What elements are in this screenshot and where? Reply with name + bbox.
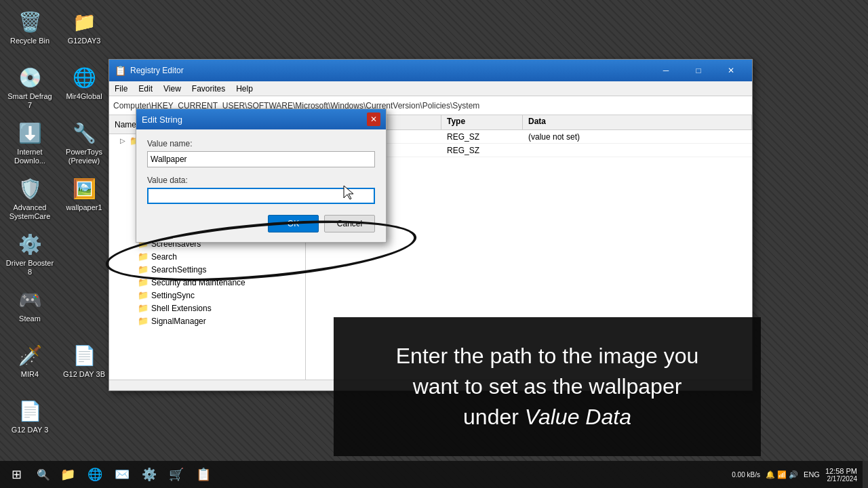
edit-string-dialog: Edit String ✕ Value name: Value data: OK… (136, 108, 387, 243)
settings-icon: ⚙️ (142, 467, 157, 482)
desktop-icon-g12day3b[interactable]: 📄 G12 DAY 3B (57, 339, 111, 382)
registry-editor-icon: 📋 (115, 65, 126, 76)
minimize-button[interactable]: ─ (650, 62, 682, 79)
value-type-1: REG_SZ (441, 131, 523, 143)
internet-download-label: Internet Downlo... (5, 148, 54, 165)
system-tray: 0.00 kB/s 🔔 📶 🔊 ENG (726, 470, 825, 479)
expand-icon-live: ▷ (120, 137, 128, 144)
maximize-button[interactable]: □ (683, 62, 714, 79)
recycle-bin-icon: 🗑️ (16, 8, 43, 35)
folder-icon-stsc: 📁 (138, 290, 149, 300)
menu-bar: File Edit View Favorites Help (109, 81, 752, 96)
smart-defrag-label: Smart Defrag 7 (5, 92, 54, 110)
mail-icon: ✉️ (115, 467, 130, 482)
tree-item-label-sigm: SignalManager (151, 317, 206, 326)
desktop-icon-smart-defrag[interactable]: 💿 Smart Defrag 7 (3, 61, 57, 113)
value-data-2 (523, 149, 752, 152)
recycle-bin-label: Recycle Bin (10, 37, 50, 45)
systray-icons: 🔔 📶 🔊 (766, 470, 798, 479)
powertoys-label: PowerToys (Preview) (60, 148, 108, 165)
powertoys-icon: 🔧 (71, 119, 98, 146)
g12day3-label: G12DAY3 (68, 37, 101, 45)
steam-label: Steam (19, 314, 41, 323)
taskbar-edge[interactable]: 🌐 (81, 461, 108, 488)
mir4-icon: 🗡️ (16, 342, 43, 369)
tree-item-signal-manager[interactable]: 📁 SignalManager (109, 314, 305, 327)
wallpaper1-icon: 🖼️ (71, 175, 98, 202)
taskbar-store[interactable]: 🛒 (163, 461, 190, 488)
search-icon: 🔍 (37, 468, 50, 481)
desktop-icon-advanced-systemcare[interactable]: 🛡️ Advanced SystemCare (3, 172, 57, 224)
desktop-icon-driver-booster[interactable]: ⚙️ Driver Booster 8 (3, 228, 57, 279)
time-display: 12:58 PM (825, 467, 857, 475)
internet-download-icon: ⬇️ (16, 119, 43, 146)
start-button[interactable]: ⊞ (0, 461, 33, 488)
tree-item-label-sm: Security and Maintenance (151, 278, 245, 287)
value-name-input[interactable] (147, 151, 375, 167)
g12day3b-label: G12 DAY 3B (63, 370, 105, 379)
folder-icon-she: 📁 (138, 303, 149, 313)
mir4-label: MIR4 (21, 370, 39, 379)
taskbar: ⊞ 🔍 📁 🌐 ✉️ ⚙️ 🛒 📋 0.00 kB/s 🔔 📶 🔊 ENG 12… (0, 461, 868, 488)
desktop-icon-mir4[interactable]: 🗡️ MIR4 (3, 339, 57, 382)
advanced-systemcare-label: Advanced SystemCare (5, 203, 54, 221)
tree-item-settingsync[interactable]: 📁 SettingSync (109, 289, 305, 302)
wallpaper1-label: wallpaper1 (66, 203, 102, 212)
tree-item-label-ss2: SearchSettings (151, 265, 206, 274)
tree-item-label-srch: Search (151, 252, 177, 262)
mir4global-icon: 🌐 (71, 64, 98, 91)
ok-button[interactable]: OK (268, 215, 319, 232)
mir4global-label: Mir4Global (66, 92, 102, 101)
taskbar-app1[interactable]: 📋 (190, 461, 217, 488)
folder-icon-srch: 📁 (138, 251, 149, 262)
dialog-buttons: OK Cancel (147, 215, 375, 232)
taskbar-search-button[interactable]: 🔍 (33, 461, 54, 488)
menu-favorites[interactable]: Favorites (186, 83, 231, 95)
steam-icon: 🎮 (16, 286, 43, 313)
menu-view[interactable]: View (158, 83, 186, 95)
taskbar-settings[interactable]: ⚙️ (136, 461, 163, 488)
store-icon: 🛒 (169, 467, 184, 482)
desktop-icon-powertoys[interactable]: 🔧 PowerToys (Preview) (57, 117, 111, 168)
tree-item-searchsettings[interactable]: 📁 SearchSettings (109, 263, 305, 276)
desktop-icon-internet-download[interactable]: ⬇️ Internet Downlo... (3, 117, 57, 168)
cancel-button[interactable]: Cancel (324, 215, 375, 232)
tree-item-search[interactable]: 📁 Search (109, 250, 305, 263)
menu-file[interactable]: File (109, 83, 133, 95)
desktop-icon-wallpaper1[interactable]: 🖼️ wallpaper1 (57, 172, 111, 215)
start-icon: ⊞ (12, 467, 22, 482)
annotation-text: Enter the path to the image you want to … (396, 341, 699, 432)
value-data-input[interactable] (147, 188, 375, 204)
close-button[interactable]: ✕ (715, 62, 747, 79)
app1-icon: 📋 (196, 467, 211, 482)
desktop-icon-steam[interactable]: 🎮 Steam (3, 283, 57, 326)
taskbar-mail[interactable]: ✉️ (108, 461, 136, 488)
taskbar-file-explorer[interactable]: 📁 (54, 461, 81, 488)
value-data-1: (value not set) (523, 131, 752, 143)
menu-edit[interactable]: Edit (133, 83, 158, 95)
folder-icon-sm: 📁 (138, 277, 149, 287)
show-desktop-button[interactable] (863, 461, 868, 488)
desktop-icon-mir4global[interactable]: 🌐 Mir4Global (57, 61, 111, 104)
g12day3c-label: G12 DAY 3 (12, 426, 49, 434)
smart-defrag-icon: 💿 (16, 64, 43, 91)
registry-editor-title: Registry Editor (130, 66, 646, 75)
g12day3b-icon: 📄 (71, 342, 98, 369)
tree-item-shell-extensions[interactable]: 📁 Shell Extensions (109, 302, 305, 314)
desktop-icon-recycle-bin[interactable]: 🗑️ Recycle Bin (3, 5, 57, 48)
values-col-data: Data (523, 115, 752, 129)
tree-item-security-maintenance[interactable]: 📁 Security and Maintenance (109, 276, 305, 289)
desktop-icon-g12day3c[interactable]: 📄 G12 DAY 3 (3, 394, 57, 437)
value-type-2: REG_SZ (441, 144, 523, 157)
network-speed: 0.00 kB/s (732, 471, 760, 479)
taskbar-clock[interactable]: 12:58 PM 2/17/2024 (825, 467, 857, 483)
values-col-type: Type (441, 115, 523, 129)
g12day3c-icon: 📄 (16, 397, 43, 424)
folder-icon-ss2: 📁 (138, 264, 149, 274)
value-name-label: Value name: (147, 139, 375, 148)
desktop-icon-g12day3[interactable]: 📁 G12DAY3 (57, 5, 111, 48)
advanced-systemcare-icon: 🛡️ (16, 175, 43, 202)
menu-help[interactable]: Help (231, 83, 258, 95)
tree-item-label-stsc: SettingSync (151, 291, 195, 300)
dialog-close-button[interactable]: ✕ (367, 113, 380, 126)
